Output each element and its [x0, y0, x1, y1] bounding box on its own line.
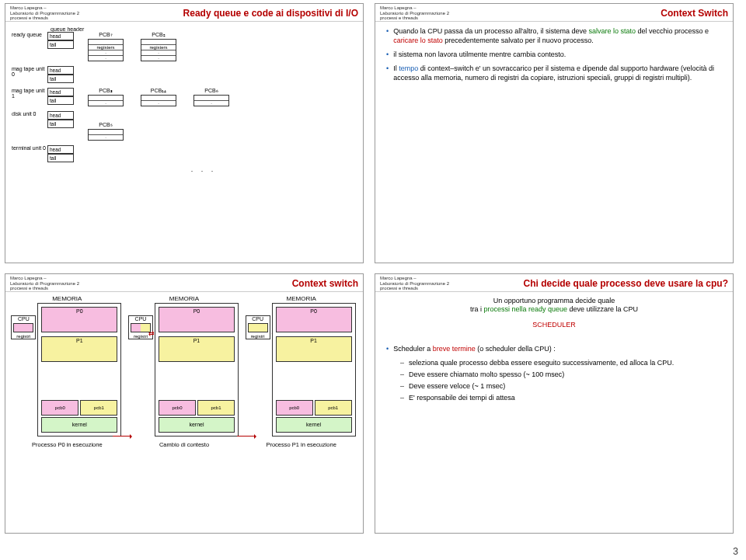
pcb-label: PCB₂ [141, 32, 176, 38]
pcb-node: PCB₆ · [193, 88, 229, 106]
magtape1-label: mag tape unit 1 [12, 88, 47, 99]
process-p1: P1 [41, 336, 117, 362]
pcb-node: PCB₁₄ · [141, 88, 176, 106]
slide-header: Marco Lapegna – Laboratorio di Programma… [5, 4, 363, 22]
arrow-icon: ⇄ [148, 329, 155, 337]
cpu-label: CPU [129, 316, 152, 322]
scheduler-label: SCHEDULER [391, 321, 717, 330]
cpu-label: CPU [12, 316, 35, 322]
memory-diagram: CPU registri → MEMORIA P0 P1 pcb0 pcb1 k… [5, 292, 363, 450]
process-p0: P0 [41, 307, 117, 332]
pcb-group: PCB₅ · [88, 122, 124, 141]
author-block: Marco Lapegna – Laboratorio di Programma… [10, 5, 79, 21]
bullet-text: Quando la CPU passa da un processo all'a… [393, 26, 725, 45]
pcb-group: PCB₃ · PCB₁₄ · PCB₆ · [88, 88, 229, 106]
sub-bullet: Deve essere chiamato molto spesso (~ 100… [400, 370, 725, 379]
pcb0-box: pcb0 [159, 400, 196, 416]
slide-title: Chi decide quale processo deve usare la … [449, 278, 728, 289]
slide-context-switch-text: Marco Lapegna – Laboratorio di Programma… [375, 3, 734, 263]
pcb1-box: pcb1 [80, 400, 117, 416]
text-green: processi nella ready queue [483, 305, 567, 313]
pcb-registers: registers [141, 44, 176, 50]
memoria-label: MEMORIA [12, 295, 121, 302]
author-name: Marco Lapegna – [380, 276, 449, 281]
bullet: Il tempo di context–switch e' un sovracc… [386, 64, 725, 82]
head-tail-pair: head tail [47, 111, 74, 128]
sub-bullet: E' responsabile dei tempi di attesa [400, 393, 725, 402]
disk0-row: disk unit 0 head tail PCB₅ · [12, 111, 357, 141]
registri-label: registri [246, 334, 270, 339]
text-green: salvare lo stato [589, 27, 636, 35]
process-p1: P1 [159, 336, 235, 362]
head-cell: head [47, 66, 74, 75]
slide-header: Marco Lapegna – Laboratorio di Programma… [375, 274, 733, 292]
author-block: Marco Lapegna – Laboratorio di Programma… [10, 276, 79, 291]
caption: Cambio di contesto [130, 441, 239, 448]
sub-text: E' responsabile dei tempi di attesa [409, 393, 515, 402]
queue-header-label: queue header [51, 26, 357, 32]
tail-cell: tail [47, 75, 74, 83]
memoria-label: MEMORIA [130, 295, 239, 302]
author-block: Marco Lapegna – Laboratorio di Programma… [380, 276, 449, 291]
pcb-row: pcb0 pcb1 [41, 400, 117, 416]
pcb-box: registers·· [141, 39, 176, 61]
memory-column: CPU registri → MEMORIA P0 P1 pcb0 pcb1 k… [12, 295, 121, 448]
author-name: Marco Lapegna – [10, 276, 79, 281]
author-course: Laboratorio di Programmazione 2 [10, 11, 79, 16]
memory-rect: P0 P1 pcb0 pcb1 kernel [155, 303, 239, 437]
text-frag: di context–switch e' un sovraccarico per… [393, 64, 714, 82]
memory-rect: P0 P1 pcb0 pcb1 kernel [272, 303, 356, 437]
kernel-box: kernel [276, 417, 352, 433]
magtape0-row: mag tape unit 0 head tail [12, 66, 357, 83]
sub-bullet: seleziona quale processo debba essere es… [400, 358, 725, 367]
pcb-label: PCB₃ [88, 88, 124, 94]
head-tail-pair: head tail [47, 32, 74, 49]
slide-title: Context switch [79, 278, 358, 289]
text-red: caricare lo stato [393, 37, 443, 44]
sub-text: Deve essere chiamato molto spesso (~ 100… [409, 370, 564, 379]
pcb-label: PCB₅ [88, 122, 124, 128]
pcb-registers: registers [89, 44, 123, 50]
caption: Processo P1 in esecuzione [247, 441, 356, 448]
kernel-box: kernel [41, 417, 117, 433]
author-topic: processi e threads [10, 16, 79, 21]
arrow-icon [113, 436, 131, 437]
slide-title: Ready queue e code ai dispositivi di I/O [79, 8, 358, 19]
page-number: 3 [733, 546, 738, 557]
pcb0-box: pcb0 [276, 400, 313, 416]
text-frag: precedentemente salvato per il nuovo pro… [444, 37, 594, 44]
slide-ready-queue: Marco Lapegna – Laboratorio di Programma… [5, 3, 364, 263]
head-tail-pair: head tail [47, 145, 74, 162]
process-p0: P0 [159, 307, 235, 332]
memory-column: CPU registri → MEMORIA P0 P1 pcb0 pcb1 k… [247, 295, 356, 448]
ready-queue-label: ready queue [12, 32, 47, 37]
pcb-node: PCB₇ registers·· [88, 32, 124, 61]
text-frag: Scheduler a [393, 345, 431, 353]
bullet: Scheduler a breve termine (o scheduler d… [386, 344, 725, 353]
text-frag: deve utilizzare la CPU [567, 305, 638, 313]
text-frag: Il [393, 64, 397, 72]
queue-diagram: queue header ready queue head tail PCB₇ … [5, 22, 363, 179]
text-frag: del vecchio processo e [638, 27, 709, 35]
pcb-box: registers·· [88, 39, 124, 61]
bullet-text: il sistema non lavora utilmente mentre c… [393, 50, 566, 59]
sub-bullet: Deve essere veloce (~ 1 msec) [400, 381, 725, 391]
arrow-icon [237, 436, 256, 437]
text-frag: tra i [470, 305, 484, 313]
cpu-reg [248, 323, 268, 332]
tail-cell: tail [47, 40, 74, 49]
author-course: Laboratorio di Programmazione 2 [380, 11, 449, 16]
intro-line2: tra i processi nella ready queue deve ut… [391, 305, 717, 315]
text-blue: tempo [399, 64, 418, 72]
disk0-label: disk unit 0 [12, 111, 47, 117]
slide-header: Marco Lapegna – Laboratorio di Programma… [375, 4, 733, 22]
memory-rect: P0 P1 pcb0 pcb1 kernel [37, 303, 121, 437]
ellipsis: · · · [51, 167, 357, 175]
pcb-group: PCB₇ registers·· PCB₂ registers·· [88, 32, 176, 61]
author-name: Marco Lapegna – [10, 5, 79, 11]
process-p1: P1 [276, 336, 352, 362]
slide-scheduler: Marco Lapegna – Laboratorio di Programma… [375, 273, 734, 534]
magtape0-label: mag tape unit 0 [12, 66, 47, 77]
slide-title: Context Switch [449, 8, 728, 19]
bullet: il sistema non lavora utilmente mentre c… [386, 50, 725, 59]
